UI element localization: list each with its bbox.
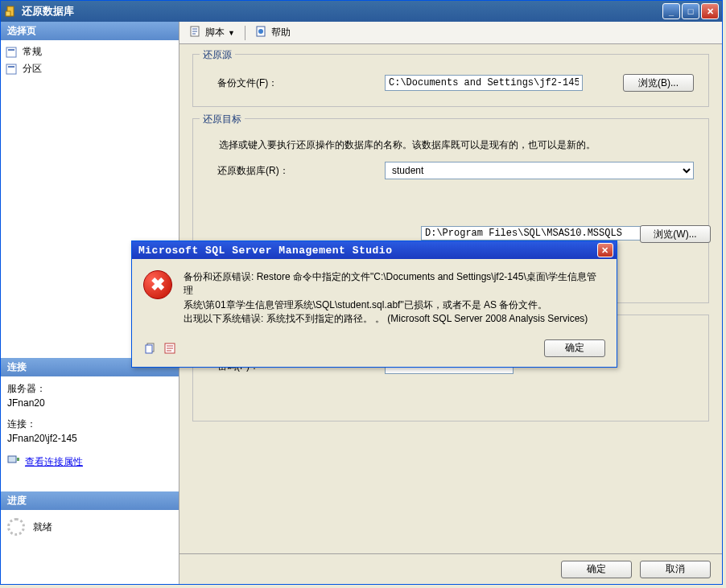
toolbar-separator	[245, 26, 245, 40]
restore-target-legend: 还原目标	[200, 113, 245, 126]
error-close-button[interactable]: ✕	[597, 243, 613, 257]
copy-icon[interactable]	[143, 341, 158, 356]
restore-source-group: 还原源 备份文件(F)： 浏览(B)...	[192, 54, 709, 107]
view-connection-properties-link[interactable]: 查看连接属性	[25, 454, 83, 469]
svg-rect-1	[6, 11, 10, 16]
sidebar-progress: 就绪	[1, 510, 179, 544]
close-button[interactable]: ✕	[701, 3, 719, 19]
sidebar-item-partition[interactable]: 分区	[4, 60, 175, 77]
backup-file-input[interactable]	[385, 75, 583, 91]
progress-spinner-icon	[7, 518, 25, 536]
page-icon	[6, 64, 19, 75]
help-button[interactable]: 帮助	[252, 23, 294, 42]
svg-rect-12	[146, 345, 152, 353]
svg-point-10	[258, 29, 263, 34]
sidebar-header-select: 选择页	[1, 22, 179, 40]
browse-backup-button[interactable]: 浏览(B)...	[623, 74, 694, 92]
sidebar-item-label: 分区	[23, 62, 42, 76]
ok-button[interactable]: 确定	[561, 561, 632, 578]
app-icon	[4, 5, 17, 18]
sidebar-item-general[interactable]: 常规	[4, 43, 175, 60]
sidebar-item-label: 常规	[23, 45, 42, 59]
server-label: 服务器：	[7, 381, 172, 396]
restore-target-hint: 选择或键入要执行还原操作的数据库的名称。该数据库既可以是现有的，也可以是新的。	[219, 138, 694, 152]
svg-rect-3	[8, 49, 14, 51]
progress-status: 就绪	[33, 520, 52, 534]
svg-rect-5	[8, 66, 14, 68]
window-buttons: _ □ ✕	[662, 3, 719, 19]
svg-rect-6	[8, 456, 16, 463]
minimize-button[interactable]: _	[662, 3, 680, 19]
connection-value: JFnan20\jf2-145	[7, 431, 172, 446]
server-value: JFnan20	[7, 396, 172, 410]
error-dialog: Microsoft SQL Server Management Studio ✕…	[131, 241, 617, 368]
restore-source-legend: 还原源	[200, 48, 235, 62]
sidebar-header-progress: 进度	[1, 491, 179, 510]
toolbar: 脚本 ▼ 帮助	[179, 22, 722, 44]
svg-rect-2	[6, 47, 16, 57]
script-button[interactable]: 脚本 ▼	[186, 23, 238, 42]
details-icon[interactable]	[163, 341, 177, 356]
restore-db-label: 还原数据库(R)：	[208, 164, 385, 178]
error-message: 备份和还原错误: Restore 命令中指定的文件"C:\Documents a…	[184, 270, 605, 327]
connection-label: 连接：	[7, 417, 172, 431]
help-icon	[255, 25, 268, 40]
svg-rect-4	[6, 64, 16, 74]
error-titlebar: Microsoft SQL Server Management Studio ✕	[132, 241, 617, 259]
browse-location-button[interactable]: 浏览(W)...	[640, 225, 711, 243]
window-title: 还原数据库	[22, 4, 662, 19]
error-ok-button[interactable]: 确定	[544, 339, 605, 357]
dialog-footer: 确定 取消	[179, 553, 722, 584]
restore-db-select[interactable]: student	[385, 162, 694, 179]
sidebar-select-page: 常规 分区	[1, 40, 179, 80]
svg-rect-7	[17, 458, 19, 461]
chevron-down-icon: ▼	[228, 29, 235, 37]
cancel-button[interactable]: 取消	[640, 561, 711, 578]
page-icon	[6, 47, 19, 58]
main-window: 还原数据库 _ □ ✕ 选择页 常规 分区 连接 服务器：	[0, 0, 723, 585]
connection-icon	[7, 454, 20, 469]
titlebar: 还原数据库 _ □ ✕	[1, 1, 722, 22]
backup-file-label: 备份文件(F)：	[208, 76, 385, 90]
error-icon: ✖	[143, 270, 172, 299]
script-icon	[189, 25, 202, 40]
error-title: Microsoft SQL Server Management Studio	[135, 245, 597, 257]
maximize-button[interactable]: □	[682, 3, 699, 19]
sidebar-connection: 服务器： JFnan20 连接： JFnan20\jf2-145 查看连接属性	[1, 376, 179, 474]
